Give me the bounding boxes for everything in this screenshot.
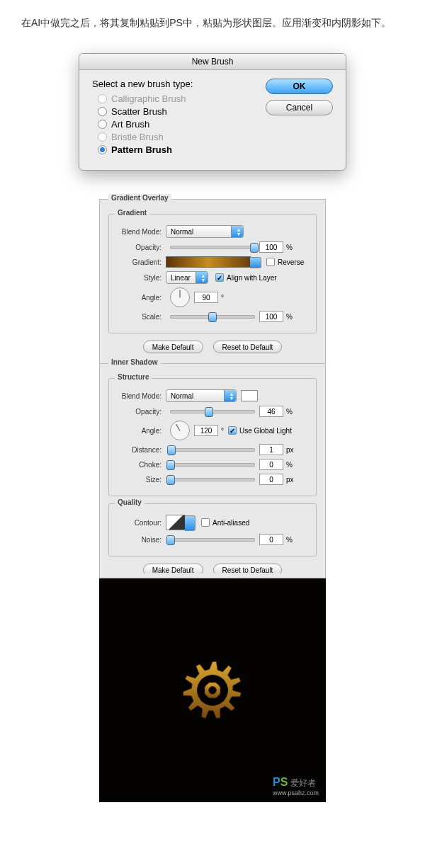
scale-input[interactable]: 100 xyxy=(259,311,283,322)
scale-slider[interactable] xyxy=(170,315,255,319)
noise-slider[interactable] xyxy=(170,538,255,542)
scale-unit: % xyxy=(286,313,293,321)
antialiased-checkbox[interactable] xyxy=(201,518,210,527)
intro-paragraph: 在AI中做完之后，将其复制粘贴到PS中，粘贴为形状图层。应用渐变和内阴影如下。 xyxy=(0,0,425,39)
blend-mode-label: Blend Mode: xyxy=(115,392,166,400)
global-light-label: Use Global Light xyxy=(239,427,292,435)
distance-label: Distance: xyxy=(115,446,166,454)
opacity-slider[interactable] xyxy=(170,246,255,249)
radio-label: Art Brush xyxy=(111,119,149,130)
brush-type-prompt: Select a new brush type: xyxy=(92,79,266,89)
opacity-unit: % xyxy=(286,408,293,416)
panel-legend: Gradient Overlay xyxy=(108,194,171,202)
distance-unit: px xyxy=(286,446,294,454)
angle-input[interactable]: 120 xyxy=(194,425,218,436)
angle-label: Angle: xyxy=(115,427,166,435)
radio-icon[interactable] xyxy=(98,120,107,129)
choke-slider[interactable] xyxy=(170,463,255,467)
radio-icon xyxy=(98,94,107,103)
svg-point-2 xyxy=(209,687,217,695)
dialog-title: New Brush xyxy=(79,54,346,70)
opacity-input[interactable]: 46 xyxy=(259,406,283,417)
inner-shadow-panel: Inner Shadow Structure Blend Mode: Norma… xyxy=(99,364,326,578)
make-default-button[interactable]: Make Default xyxy=(143,341,203,353)
choke-unit: % xyxy=(286,461,293,469)
angle-unit: ° xyxy=(221,294,224,302)
radio-bristle: Bristle Brush xyxy=(98,132,266,142)
radio-pattern[interactable]: Pattern Brush xyxy=(98,144,266,155)
fieldset-legend: Structure xyxy=(115,373,152,381)
gradient-swatch[interactable] xyxy=(166,256,251,268)
opacity-slider[interactable] xyxy=(170,410,255,413)
fieldset-legend: Quality xyxy=(115,498,144,506)
style-select[interactable]: Linear▴▾ xyxy=(166,271,208,284)
panel-legend: Inner Shadow xyxy=(108,358,161,366)
blend-mode-label: Blend Mode: xyxy=(115,228,166,236)
blend-mode-select[interactable]: Normal▴▾ xyxy=(166,389,237,402)
reverse-checkbox[interactable] xyxy=(266,258,275,266)
gear-preview: PS爱好者 www.psahz.com xyxy=(99,578,326,802)
scale-label: Scale: xyxy=(115,313,166,321)
style-label: Style: xyxy=(115,274,166,282)
choke-input[interactable]: 0 xyxy=(259,459,283,470)
distance-slider[interactable] xyxy=(170,448,255,452)
radio-calligraphic: Calligraphic Brush xyxy=(98,93,266,104)
radio-label: Scatter Brush xyxy=(111,106,167,117)
gradient-overlay-panel: Gradient Overlay Gradient Blend Mode: No… xyxy=(99,199,326,364)
radio-scatter[interactable]: Scatter Brush xyxy=(98,106,266,117)
gear-icon xyxy=(181,658,244,722)
angle-dial[interactable] xyxy=(170,421,190,440)
antialiased-label: Anti-aliased xyxy=(212,519,249,527)
radio-icon xyxy=(98,132,107,142)
align-label: Align with Layer xyxy=(227,274,277,282)
angle-unit: ° xyxy=(221,427,224,435)
radio-icon[interactable] xyxy=(98,107,107,116)
opacity-label: Opacity: xyxy=(115,408,166,416)
angle-label: Angle: xyxy=(115,294,166,302)
opacity-input[interactable]: 100 xyxy=(259,241,283,253)
global-light-checkbox[interactable] xyxy=(228,426,237,435)
contour-label: Contour: xyxy=(115,519,166,527)
fieldset-legend: Gradient xyxy=(115,209,149,217)
distance-input[interactable]: 1 xyxy=(259,444,283,455)
size-slider[interactable] xyxy=(170,478,255,481)
size-label: Size: xyxy=(115,476,166,484)
noise-unit: % xyxy=(286,536,293,544)
ok-button[interactable]: OK xyxy=(266,79,333,94)
make-default-button[interactable]: Make Default xyxy=(143,564,203,573)
angle-input[interactable]: 90 xyxy=(194,292,218,303)
radio-label: Bristle Brush xyxy=(111,132,164,142)
opacity-label: Opacity: xyxy=(115,244,166,251)
contour-swatch[interactable] xyxy=(166,515,186,530)
new-brush-dialog: New Brush Select a new brush type: Calli… xyxy=(79,53,346,171)
noise-label: Noise: xyxy=(115,536,166,544)
angle-dial[interactable] xyxy=(170,287,190,307)
radio-icon[interactable] xyxy=(98,145,107,154)
reverse-label: Reverse xyxy=(278,258,304,266)
reset-default-button[interactable]: Reset to Default xyxy=(213,564,283,573)
gradient-label: Gradient: xyxy=(115,258,166,266)
radio-label: Pattern Brush xyxy=(111,144,172,155)
choke-label: Choke: xyxy=(115,461,166,469)
size-unit: px xyxy=(286,476,294,484)
radio-art[interactable]: Art Brush xyxy=(98,119,266,130)
radio-label: Calligraphic Brush xyxy=(111,93,186,104)
opacity-unit: % xyxy=(286,244,293,251)
align-checkbox[interactable] xyxy=(215,273,224,282)
watermark: PS爱好者 www.psahz.com xyxy=(273,776,319,796)
cancel-button[interactable]: Cancel xyxy=(266,100,333,115)
shadow-color-swatch[interactable] xyxy=(241,390,258,401)
size-input[interactable]: 0 xyxy=(259,474,283,485)
noise-input[interactable]: 0 xyxy=(259,534,283,545)
reset-default-button[interactable]: Reset to Default xyxy=(213,341,283,353)
blend-mode-select[interactable]: Normal▴▾ xyxy=(166,225,244,238)
